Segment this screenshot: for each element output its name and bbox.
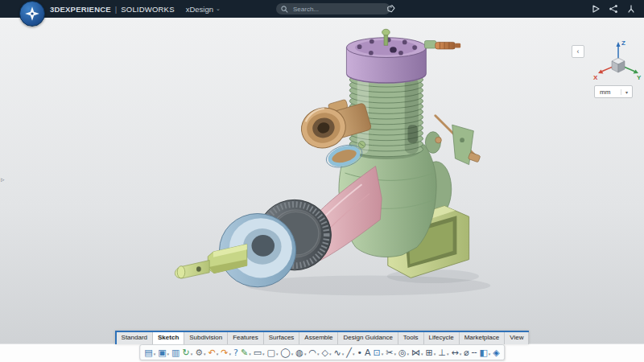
circle-tool-icon[interactable]: ◯▾ — [279, 346, 294, 359]
help-icon[interactable]: ? — [233, 346, 239, 359]
app-switcher[interactable]: xDesign ⌄ — [186, 5, 221, 14]
search-icon — [281, 6, 288, 13]
chevron-down-icon: ▾ — [421, 349, 423, 359]
brand-divider: | — [115, 5, 117, 14]
share-icon[interactable] — [609, 4, 618, 14]
3dexperience-compass-logo[interactable] — [19, 1, 45, 27]
chevron-down-icon: ▾ — [434, 349, 436, 359]
tab-standard[interactable]: Standard — [115, 332, 153, 344]
play-icon[interactable] — [591, 4, 601, 14]
rectangle-tool-icon[interactable]: ▭▾ — [253, 346, 266, 359]
brand-3d: 3D — [50, 5, 60, 14]
settings-icon[interactable]: ⚙▾ — [194, 346, 206, 359]
units-dropdown[interactable]: mm ▾ — [594, 85, 633, 98]
line-tool-icon[interactable]: ╱▾ — [345, 346, 355, 359]
chevron-down-icon: ▾ — [329, 349, 332, 359]
chevron-down-icon: ▾ — [291, 349, 294, 359]
sync-icon[interactable]: ↻▾ — [181, 346, 193, 359]
tab-assemble[interactable]: Assemble — [299, 332, 338, 344]
text-tool-icon[interactable]: A — [364, 346, 372, 359]
tag-icon[interactable] — [386, 4, 395, 13]
view-triad[interactable]: Z Y X — [591, 35, 642, 87]
top-bar: 3DEXPERIENCE | SOLIDWORKS xDesign ⌄ — [0, 0, 644, 18]
tab-design-guidance[interactable]: Design Guidance — [338, 332, 398, 344]
brand: 3DEXPERIENCE | SOLIDWORKS xDesign ⌄ — [50, 0, 221, 18]
ribbon-toolbar: ▤▾▣▾▥↻▾⚙▾↶▾↷▾?✎▾▭▾▢▾◯▾◍▾◠▾◇▾∿▾╱▾•A⊡▾✂▾◎▾… — [139, 344, 505, 360]
search-bar[interactable] — [276, 3, 390, 14]
chevron-down-icon: ▾ — [342, 349, 345, 359]
chevron-down-icon: ▾ — [353, 349, 355, 359]
units-value: mm — [595, 88, 621, 96]
app-name: xDesign — [186, 5, 213, 14]
chevron-down-icon: ▾ — [154, 349, 156, 359]
search-input[interactable] — [291, 5, 386, 14]
fuel-nipple[interactable] — [424, 41, 460, 49]
ribbon-tab-row: StandardSketchSubdivisionFeaturesSurface… — [115, 331, 530, 344]
mirror-tool-icon[interactable]: ⋈▾ — [411, 346, 424, 359]
triad-collapse-button[interactable]: ‹ — [572, 45, 584, 58]
chevron-down-icon: ▾ — [394, 349, 396, 359]
chevron-down-icon: ▾ — [621, 89, 632, 95]
brand-solidworks: SOLIDWORKS — [121, 5, 174, 14]
chevron-down-icon: ▾ — [204, 349, 206, 359]
tab-sketch[interactable]: Sketch — [153, 332, 184, 344]
chevron-down-icon: ▾ — [382, 349, 384, 359]
tab-lifecycle[interactable]: Lifecycle — [424, 332, 460, 344]
trim-tool-icon[interactable]: ✂▾ — [385, 346, 397, 359]
topbar-right-icons — [591, 0, 636, 18]
arc-tool-icon[interactable]: ◠▾ — [308, 346, 320, 359]
polygon-tool-icon[interactable]: ◇▾ — [321, 346, 332, 359]
chevron-down-icon: ▾ — [249, 349, 251, 359]
compass-icon — [23, 5, 41, 23]
chevron-down-icon: ▾ — [447, 349, 449, 359]
ellipse-tool-icon[interactable]: ◍▾ — [295, 346, 307, 359]
project-entities-icon[interactable]: ⊡▾ — [372, 346, 384, 359]
action-bar: StandardSketchSubdivisionFeaturesSurface… — [0, 331, 644, 344]
branch-icon[interactable] — [626, 4, 636, 14]
dimension-icon[interactable]: ↔▾ — [450, 346, 462, 359]
cylinder-head[interactable] — [346, 29, 426, 84]
tab-surfaces[interactable]: Surfaces — [264, 332, 300, 344]
chevron-down-icon: ▾ — [460, 349, 462, 359]
spline-tool-icon[interactable]: ∿▾ — [333, 346, 345, 359]
chevron-down-icon: ▾ — [167, 349, 170, 359]
save-icon[interactable]: ▣▾ — [157, 346, 170, 359]
tab-features[interactable]: Features — [228, 332, 264, 344]
construction-icon[interactable]: ╌ — [471, 346, 478, 359]
chevron-down-icon: ▾ — [262, 349, 265, 359]
chevron-down-icon: ⌄ — [216, 6, 221, 12]
pattern-tool-icon[interactable]: ⊞▾ — [425, 346, 437, 359]
offset-tool-icon[interactable]: ◎▾ — [398, 346, 410, 359]
chevron-down-icon: ▾ — [317, 349, 320, 359]
tab-marketplace[interactable]: Marketplace — [460, 332, 506, 344]
undo-icon[interactable]: ↶▾ — [208, 346, 220, 359]
axis-y-label: Y — [637, 74, 642, 81]
chevron-down-icon: ▾ — [407, 349, 410, 359]
chevron-down-icon: ▾ — [489, 349, 491, 359]
redo-icon[interactable]: ↷▾ — [220, 346, 232, 359]
chevron-down-icon: ▾ — [304, 349, 307, 359]
engine-model[interactable] — [0, 18, 644, 362]
open-folder-icon[interactable]: ▥ — [171, 346, 180, 359]
panel-icon[interactable]: ◈ — [492, 346, 500, 359]
tab-tools[interactable]: Tools — [398, 332, 424, 344]
chevron-down-icon: ▾ — [217, 349, 219, 359]
chevron-down-icon: ▾ — [191, 349, 193, 359]
sketch-icon[interactable]: ✎▾ — [240, 346, 252, 359]
axis-z-label: Z — [621, 39, 625, 47]
chevron-down-icon: ▾ — [276, 349, 279, 359]
tab-view[interactable]: View — [505, 332, 529, 344]
left-panel-expand-button[interactable]: ▹ — [0, 174, 6, 185]
view-orientation-icon[interactable]: ◧▾ — [478, 346, 491, 359]
constraint-icon[interactable]: ⊥▾ — [437, 346, 449, 359]
chevron-down-icon: ▾ — [229, 349, 232, 359]
point-tool-icon[interactable]: • — [356, 346, 363, 359]
brand-experience: EXPERIENCE — [60, 5, 111, 14]
paste-icon[interactable]: ▤▾ — [143, 346, 156, 359]
model-viewport[interactable]: Z Y X ‹ mm ▾ ▹ — [0, 18, 644, 362]
slot-tool-icon[interactable]: ▢▾ — [266, 346, 279, 359]
axis-x-label: X — [593, 74, 598, 81]
tab-subdivision[interactable]: Subdivision — [184, 332, 228, 344]
measure-icon[interactable]: ⌀ — [463, 346, 470, 359]
throttle-linkage[interactable] — [436, 116, 481, 165]
